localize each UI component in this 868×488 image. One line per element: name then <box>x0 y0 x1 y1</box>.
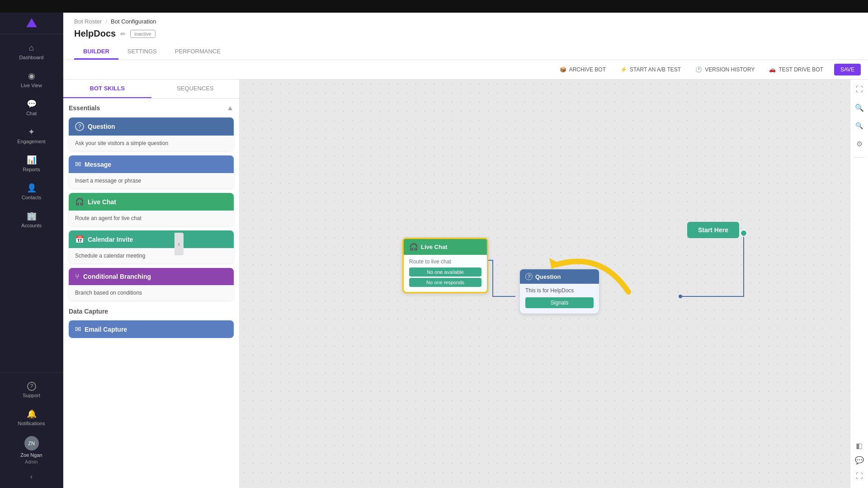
save-button[interactable]: SAVE <box>834 64 861 75</box>
canvas-info-icon[interactable]: ◧ <box>853 439 866 452</box>
test-drive-button[interactable]: 🚗 TEST DRIVE BOT <box>765 65 826 75</box>
live-chat-desc: Route an agent for live chat <box>69 211 234 226</box>
question-node-text: This is for HelpDocs <box>525 287 594 294</box>
edit-icon[interactable]: ✏ <box>120 30 126 38</box>
live-chat-option-1[interactable]: No one available <box>409 267 481 277</box>
chevron-left-icon: ‹ <box>30 473 33 481</box>
skill-card-live-chat[interactable]: 🎧 Live Chat Route an agent for live chat <box>69 193 234 226</box>
top-bar <box>0 0 868 13</box>
canvas-node-start[interactable]: Start Here <box>687 222 739 238</box>
panel-tab-bot-skills[interactable]: BOT SKILLS <box>63 80 151 98</box>
page-title: HelpDocs <box>74 28 116 39</box>
sidebar-item-live-view[interactable]: ◉ Live View <box>0 66 63 94</box>
sidebar-item-label: Reports <box>23 167 40 172</box>
engagement-icon: ✦ <box>28 127 35 137</box>
section-collapse-icon[interactable]: ▲ <box>226 104 234 112</box>
data-capture-section-header: Data Capture <box>69 308 234 315</box>
sidebar-item-notifications[interactable]: 🔔 Notifications <box>0 404 63 432</box>
avatar: ZN <box>24 436 39 450</box>
tab-settings[interactable]: SETTINGS <box>118 44 166 60</box>
skill-card-message[interactable]: ✉ Message Insert a message or phrase <box>69 155 234 188</box>
sidebar-item-label: Engagement <box>17 139 45 144</box>
breadcrumb: Bot Roster / Bot Configuration <box>74 18 857 25</box>
dashboard-icon: ⌂ <box>29 43 34 53</box>
canvas-node-livechat[interactable]: 🎧 Live Chat Route to live chat No one av… <box>402 238 488 293</box>
archive-bot-button[interactable]: 📦 ARCHIVE BOT <box>556 65 609 75</box>
toolbar: 📦 ARCHIVE BOT ⚡ START AN A/B TEST 🕐 VERS… <box>63 60 868 80</box>
user-role: Admin <box>25 460 38 465</box>
sidebar-item-dashboard[interactable]: ⌂ Dashboard <box>0 38 63 66</box>
sidebar-item-label: Chat <box>26 111 37 116</box>
version-history-label: VERSION HISTORY <box>705 66 755 73</box>
page-header: Bot Roster / Bot Configuration HelpDocs … <box>63 13 868 60</box>
canvas-node-question[interactable]: ? Question This is for HelpDocs Signals <box>520 269 599 314</box>
canvas-fullscreen-icon[interactable]: ⛶ <box>853 470 866 483</box>
sidebar-bottom: ? Support 🔔 Notifications ZN Zoe Ngan Ad… <box>0 372 63 488</box>
canvas-right-toolbar: ⛶ 🔍 🔍 ⚙ ◧ 💬 ⛶ <box>850 80 868 488</box>
skill-header-live-chat: 🎧 Live Chat <box>69 193 234 211</box>
main-content: Bot Roster / Bot Configuration HelpDocs … <box>63 13 868 488</box>
breadcrumb-separator: / <box>105 18 107 25</box>
sidebar-item-label: Notifications <box>18 421 45 426</box>
email-capture-icon: ✉ <box>75 325 81 333</box>
live-chat-option-2[interactable]: No one responds <box>409 278 481 287</box>
breadcrumb-parent[interactable]: Bot Roster <box>74 18 102 25</box>
skill-card-conditional[interactable]: ⑂ Conditional Branching Branch based on … <box>69 268 234 300</box>
sidebar-nav: ⌂ Dashboard ◉ Live View 💬 Chat ✦ Engagem… <box>0 34 63 372</box>
tab-performance[interactable]: PERFORMANCE <box>166 44 230 60</box>
sidebar-item-engagement[interactable]: ✦ Engagement <box>0 122 63 150</box>
live-chat-icon: 🎧 <box>75 197 84 206</box>
canvas-expand-icon[interactable]: ⛶ <box>853 83 866 96</box>
canvas-settings-icon[interactable]: ⚙ <box>853 137 866 150</box>
main-layout: ⌂ Dashboard ◉ Live View 💬 Chat ✦ Engagem… <box>0 13 868 488</box>
breadcrumb-current: Bot Configuration <box>111 18 156 25</box>
conditional-desc: Branch based on conditions <box>69 285 234 300</box>
question-node-button[interactable]: Signals <box>525 297 594 308</box>
ab-test-button[interactable]: ⚡ START AN A/B TEST <box>617 65 684 75</box>
svg-point-0 <box>741 230 747 236</box>
live-chat-label: Live Chat <box>88 198 116 206</box>
skill-card-question[interactable]: ? Question Ask your site visitors a simp… <box>69 117 234 151</box>
contacts-icon: 👤 <box>27 183 37 193</box>
skill-card-email-capture[interactable]: ✉ Email Capture <box>69 320 234 338</box>
canvas-divider <box>854 157 865 158</box>
calendar-desc: Schedule a calendar meeting <box>69 248 234 263</box>
skill-card-calendar[interactable]: 📅 Calendar Invite Schedule a calendar me… <box>69 230 234 263</box>
archive-icon: 📦 <box>560 66 566 73</box>
sidebar-item-label: Accounts <box>21 223 42 228</box>
user-name: Zoe Ngan <box>20 452 42 458</box>
sidebar-item-reports[interactable]: 📊 Reports <box>0 150 63 178</box>
sidebar-collapse-btn[interactable]: ‹ <box>0 469 63 484</box>
archive-bot-label: ARCHIVE BOT <box>569 66 606 73</box>
status-badge: inactive <box>130 30 155 38</box>
sidebar-logo[interactable] <box>0 13 63 34</box>
skill-header-conditional: ⑂ Conditional Branching <box>69 268 234 285</box>
sidebar: ⌂ Dashboard ◉ Live View 💬 Chat ✦ Engagem… <box>0 13 63 488</box>
ab-test-icon: ⚡ <box>620 66 627 73</box>
email-capture-label: Email Capture <box>85 326 127 333</box>
panel-tab-sequences[interactable]: SEQUENCES <box>151 80 240 98</box>
message-icon: ✉ <box>75 160 81 169</box>
panel-collapse-button[interactable]: ‹ <box>175 233 184 255</box>
panel-tabs: BOT SKILLS SEQUENCES <box>63 80 239 99</box>
live-chat-node-text: Route to live chat <box>409 258 481 265</box>
tab-builder[interactable]: BUILDER <box>74 44 118 60</box>
sidebar-item-contacts[interactable]: 👤 Contacts <box>0 178 63 206</box>
canvas[interactable]: Start Here 🎧 Live Chat Route to live cha… <box>240 80 868 488</box>
skill-header-email-capture: ✉ Email Capture <box>69 320 234 338</box>
sidebar-user[interactable]: ZN Zoe Ngan Admin <box>0 432 63 469</box>
data-capture-title: Data Capture <box>69 308 108 315</box>
canvas-chat-icon[interactable]: 💬 <box>853 454 866 466</box>
calendar-label: Calendar Invite <box>88 236 133 243</box>
sidebar-item-label: Contacts <box>22 195 41 200</box>
version-history-button[interactable]: 🕐 VERSION HISTORY <box>692 65 758 75</box>
sidebar-item-accounts[interactable]: 🏢 Accounts <box>0 206 63 234</box>
sidebar-item-support[interactable]: ? Support <box>0 376 63 404</box>
chat-icon: 💬 <box>27 99 37 109</box>
canvas-zoom-out-icon[interactable]: 🔍 <box>853 119 866 132</box>
logo-icon <box>25 17 38 30</box>
skill-header-message: ✉ Message <box>69 155 234 173</box>
canvas-zoom-in-icon[interactable]: 🔍 <box>853 101 866 114</box>
sidebar-item-chat[interactable]: 💬 Chat <box>0 94 63 122</box>
test-drive-label: TEST DRIVE BOT <box>778 66 823 73</box>
